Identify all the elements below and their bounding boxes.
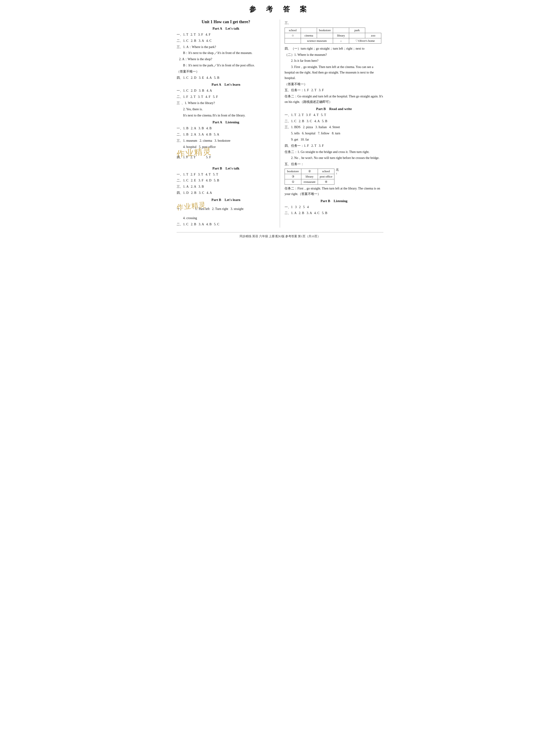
map-cell-empty [333, 28, 349, 33]
answer-line: 任务二：1. Go straight to the bridge and cro… [285, 149, 383, 155]
answer-line: 一、1. T 2. T 3. F 4. T 5. T [285, 112, 383, 118]
answer-line: 2. Is it far from here? [285, 58, 383, 64]
answer-line: 二、1. C 2. B 3. A 4. B 5. C [177, 222, 275, 227]
answer-line: 5. tells 6. hospital 7. follow 8. turn [285, 131, 383, 136]
map-cell-empty [301, 28, 317, 33]
map-cell-empty [349, 33, 365, 38]
map-cell: science museum [301, 38, 333, 43]
map-cell: library [333, 33, 349, 38]
part-a-lets-talk-title: Part A Let's talk [177, 27, 275, 31]
map-cell: ♡Oliver's home [349, 38, 381, 43]
answer-line: 三、1. A：Where is the park? [177, 44, 275, 50]
answer-line: 一、1. T 2. T 3. F 4. F [177, 32, 275, 37]
answer-line: （答案不唯一） [285, 82, 383, 87]
answer-line: （答案不唯一） [177, 69, 275, 74]
map-cell: school [285, 28, 301, 33]
part-a-lets-learn-title: Part A Let's learn [177, 83, 275, 87]
part-b-listening-title: Part B Listening [285, 199, 383, 203]
watermark-area2: 一、 1. Turn left 2. Turn right 3. straigh… [177, 203, 275, 215]
answer-line: 三、1. museum 2. cinema 3. bookstore [177, 138, 275, 144]
answer-line: 3. First，go straight. Then turn left at … [285, 64, 383, 81]
map-cell-empty [317, 33, 333, 38]
part-b-read-write-title: Part B Read and write [285, 107, 383, 111]
answer-line: 二、1. B 2. A 3. A 4. B 5. A [177, 132, 275, 137]
task-cell: ② [301, 169, 318, 174]
answer-line: 四、1. C 2. D 3. E 4. A 5. B [177, 75, 275, 81]
left-column: Unit 1 How can I get there? Part A Let's… [177, 20, 280, 228]
task2b: 任务二：First，go straight. Then turn left at… [285, 186, 383, 197]
answer-line: 一、1. C 2. D 3. B 4. A [177, 88, 275, 93]
section4-label: 四、（一）turn right；go straight；turn left；ri… [285, 46, 383, 51]
task-grid-wrapper: bookstore ② school ③ library post office… [285, 168, 383, 185]
map-cell: cinema [301, 33, 317, 38]
answer-line: 四、1. F 2. T 5. F [177, 155, 211, 160]
answer-line: 二、1. F 2. T 3. T 4. F 5. F [177, 94, 275, 100]
task-cell: ① [285, 179, 301, 184]
section5-label: 五、任务一：1. F 2. T 3. F [285, 88, 383, 93]
answer-line: 三、1. A 2. A 3. B [177, 184, 275, 189]
answer-line: 2. No，he won't. No one will turn right b… [285, 155, 383, 161]
section3-label: 三、 [285, 20, 383, 26]
part-b-lets-learn-title: Part B Let's learn [177, 198, 275, 202]
map-cell: zoo [365, 33, 381, 38]
section5b-label: 五、任务一： [285, 161, 383, 167]
answer-line: 三 、1. Where is the library? [177, 100, 275, 106]
answer-line: 4. crossing [177, 215, 275, 221]
answer-line: 二、1. C 2. E 3. F 4. D 5. B [177, 178, 275, 183]
answer-line: 四、任务一：1. F 2. T 3. F [285, 143, 383, 149]
part-b-lets-talk-title: Part B Let's talk [177, 167, 275, 170]
footer: 同步精练 英语 六年级 上册 配RJ版 参考答案 第1页（共10页） [177, 232, 383, 238]
task-cell: school [318, 169, 334, 174]
answer-line: 一、 1. Turn left 2. Turn right 3. straigh… [177, 206, 243, 212]
map-cell-empty [285, 38, 301, 43]
answer-line: 二、1. A 2. B 3. A 4. C 5. B [285, 210, 383, 216]
task-cell: bookstore [285, 169, 301, 174]
task-cell: ④ [318, 179, 334, 184]
answer-line: 一、1 3 2 5 4 [285, 204, 383, 210]
answer-line: 四、1. D 2. B 3. C 4. A [177, 190, 275, 196]
answer-line: B：It's next to the park.／It's in front o… [177, 63, 275, 68]
map-cell-arrow: ↓ [333, 38, 349, 43]
task-grid: bookstore ② school ③ library post office… [285, 169, 334, 185]
right-column: 三、 school bookstore park ☆ cinema librar… [280, 20, 383, 228]
section4-2-label: （二）1. Where is the museum? [285, 52, 383, 58]
map-cell: bookstore [317, 28, 333, 33]
north-arrow: 北↑ [336, 168, 339, 175]
answer-line: B：It's next to the shop.／It's in front o… [177, 50, 275, 56]
answer-line: 三、1. BDS 2. pizza 3. Italian 4. Street [285, 124, 383, 130]
map-grid: school bookstore park ☆ cinema library z… [285, 28, 381, 44]
section5-task2: 任务二：Go straight and turn left at the hos… [285, 94, 383, 105]
answer-line: 二、1. C 2. B 3. A 4. C [177, 38, 275, 44]
map-cell: park [349, 28, 365, 33]
map-cell-star: ☆ [285, 33, 301, 38]
page-title: 参 考 答 案 [177, 5, 383, 14]
watermark-area: 四、1. F 2. T 5. F 作业精灵 [177, 150, 275, 164]
answer-line: It's next to the cinema./It's in front o… [177, 113, 275, 118]
map-grid-section: school bookstore park ☆ cinema library z… [285, 28, 383, 44]
answer-line: 2. Yes, there is. [177, 107, 275, 112]
answer-line: 9. get 10. far [285, 137, 383, 142]
task-cell: ③ [285, 174, 301, 179]
answer-line: 一、1. T 2. F 3. T 4. T 5. T [177, 172, 275, 177]
unit-title: Unit 1 How can I get there? [177, 20, 275, 24]
answer-line: 一、1. B 2. A 3. B 4. B [177, 126, 275, 131]
answer-line: 二、1. C 2. B 3. C 4. A 5. B [285, 119, 383, 124]
task-cell: library [301, 174, 318, 179]
task-cell: restaurant [301, 179, 318, 184]
answer-line: 2. A：Where is the shop? [177, 56, 275, 62]
part-a-listening-title: Part A Listening [177, 120, 275, 124]
task-cell: post office [318, 174, 334, 179]
